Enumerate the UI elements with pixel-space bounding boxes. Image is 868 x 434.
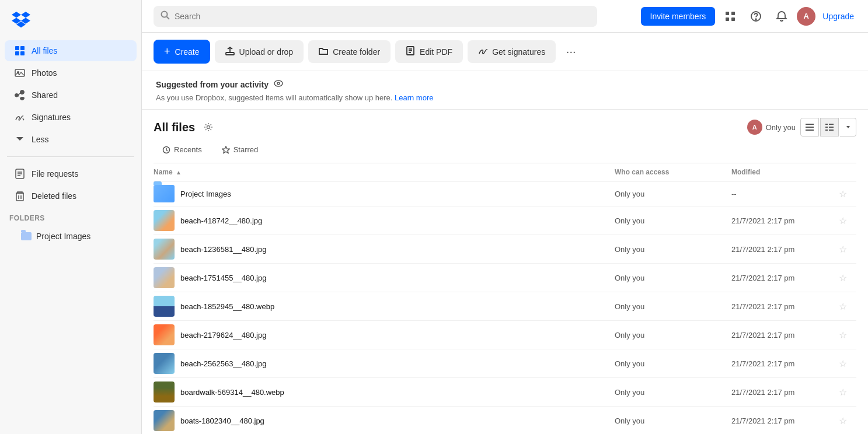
file-name[interactable]: beach-418742__480.jpg (180, 216, 262, 225)
files-header-right: A Only you (747, 118, 856, 136)
table-row: beach-1751455__480.jpg Only you 21/7/202… (154, 264, 856, 292)
star-button[interactable]: ☆ (836, 384, 849, 400)
search-icon (161, 10, 170, 22)
sidebar-item-file-requests[interactable]: File requests (5, 163, 137, 184)
files-title-area: All files (154, 118, 217, 136)
svg-rect-30 (806, 127, 814, 128)
file-name[interactable]: beach-2562563__480.jpg (180, 359, 266, 368)
svg-rect-21 (226, 52, 234, 55)
upgrade-button[interactable]: Upgrade (820, 7, 856, 26)
table-row: Project Images Only you -- ☆ (154, 181, 856, 206)
apps-icon-btn[interactable] (720, 6, 741, 27)
svg-rect-37 (829, 130, 834, 131)
folder-icon (154, 185, 175, 202)
file-name-cell: beach-1236581__480.jpg (154, 239, 601, 260)
tab-recents[interactable]: Recents (154, 141, 211, 158)
table-row: beach-1852945__480.webp Only you 21/7/20… (154, 292, 856, 321)
svg-rect-15 (726, 12, 729, 15)
shared-icon (14, 89, 26, 101)
image-thumbnail (154, 239, 175, 260)
star-button[interactable]: ☆ (836, 299, 849, 314)
star-button[interactable]: ☆ (836, 186, 849, 202)
image-thumbnail (154, 353, 175, 374)
user-avatar[interactable]: A (797, 7, 815, 26)
file-name-cell: beach-418742__480.jpg (154, 210, 601, 231)
sidebar-less-label: Less (32, 135, 49, 144)
sidebar-item-all-files[interactable]: All files (5, 40, 137, 61)
sidebar-item-signatures[interactable]: Signatures (5, 107, 137, 128)
sidebar-folder-project-images[interactable]: Project Images (5, 228, 137, 245)
sidebar-item-shared[interactable]: Shared (5, 85, 137, 106)
sidebar-item-label: Photos (32, 68, 57, 78)
sidebar-item-deleted-files[interactable]: Deleted files (5, 186, 137, 206)
file-name[interactable]: beach-1236581__480.jpg (180, 245, 266, 254)
svg-point-13 (162, 11, 168, 17)
get-signatures-button[interactable]: Get signatures (468, 40, 556, 63)
file-name[interactable]: Project Images (180, 190, 231, 198)
edit-pdf-button[interactable]: Edit PDF (395, 40, 463, 63)
sidebar-item-less[interactable]: Less (5, 129, 137, 150)
file-name[interactable]: beach-1751455__480.jpg (180, 274, 266, 282)
help-icon-btn[interactable] (745, 6, 766, 27)
file-name[interactable]: boardwalk-569314__480.webp (180, 388, 284, 397)
star-button[interactable]: ☆ (836, 356, 849, 372)
svg-line-14 (167, 16, 170, 19)
sidebar-nav: All files Photos Shared Signatures Less (0, 37, 141, 434)
sidebar-folder-label: Project Images (36, 232, 90, 241)
view-dropdown-btn[interactable] (840, 118, 856, 136)
list-view-btn[interactable] (800, 118, 819, 136)
file-name[interactable]: beach-1852945__480.webp (180, 302, 274, 311)
star-button[interactable]: ☆ (836, 213, 849, 229)
sidebar-logo[interactable] (0, 0, 141, 37)
image-thumbnail (154, 210, 175, 231)
sidebar-item-photos[interactable]: Photos (5, 62, 137, 83)
modified-text: 21/7/2021 2:17 pm (731, 331, 794, 340)
svg-rect-4 (15, 69, 25, 76)
file-name-cell: boats-1802340__480.jpg (154, 410, 601, 431)
image-thumbnail (154, 410, 175, 431)
detail-view-btn[interactable] (820, 118, 839, 136)
svg-point-27 (277, 82, 280, 85)
learn-more-link[interactable]: Learn more (395, 93, 433, 102)
svg-rect-17 (726, 18, 729, 21)
svg-rect-34 (825, 127, 828, 128)
svg-point-20 (755, 19, 757, 20)
file-tabs: Recents Starred (154, 141, 856, 163)
invite-members-button[interactable]: Invite members (641, 7, 716, 26)
sidebar-item-label: All files (32, 46, 57, 55)
tab-starred[interactable]: Starred (213, 141, 267, 158)
file-requests-icon (14, 168, 26, 180)
more-actions-button[interactable]: ··· (560, 41, 581, 62)
file-name-cell: Project Images (154, 185, 601, 202)
tab-recents-label: Recents (174, 145, 202, 154)
image-thumbnail (154, 324, 175, 345)
modified-text: 21/7/2021 2:17 pm (731, 359, 794, 368)
suggested-banner: Suggested from your activity As you use … (142, 71, 868, 110)
content-area: All files A Only you (142, 110, 868, 434)
view-toggle (800, 118, 856, 136)
svg-rect-10 (16, 193, 23, 201)
star-button[interactable]: ☆ (836, 270, 849, 286)
search-input[interactable] (175, 12, 590, 21)
access-text: Only you (615, 359, 644, 368)
access-text: Only you (615, 190, 644, 198)
eye-icon[interactable] (273, 78, 284, 91)
search-bar[interactable] (154, 6, 597, 27)
settings-icon-btn[interactable] (200, 118, 217, 136)
upload-button[interactable]: Upload or drop (215, 40, 304, 63)
create-folder-button[interactable]: Create folder (308, 40, 391, 63)
star-button[interactable]: ☆ (836, 413, 849, 429)
dropbox-logo-icon (12, 9, 30, 28)
main-content: Invite members A Upgrade + Create Upload… (142, 0, 868, 434)
file-name-cell: beach-2562563__480.jpg (154, 353, 601, 374)
file-name[interactable]: beach-2179624__480.jpg (180, 331, 266, 340)
table-row: beach-2562563__480.jpg Only you 21/7/202… (154, 349, 856, 378)
table-header-row: Name ▲ Who can access Modified (154, 163, 856, 181)
star-button[interactable]: ☆ (836, 327, 849, 343)
star-button[interactable]: ☆ (836, 242, 849, 257)
svg-rect-16 (731, 12, 735, 15)
col-name[interactable]: Name ▲ (154, 163, 608, 181)
notifications-icon-btn[interactable] (771, 6, 792, 27)
create-button[interactable]: + Create (154, 40, 210, 64)
file-name[interactable]: boats-1802340__480.jpg (180, 416, 264, 425)
